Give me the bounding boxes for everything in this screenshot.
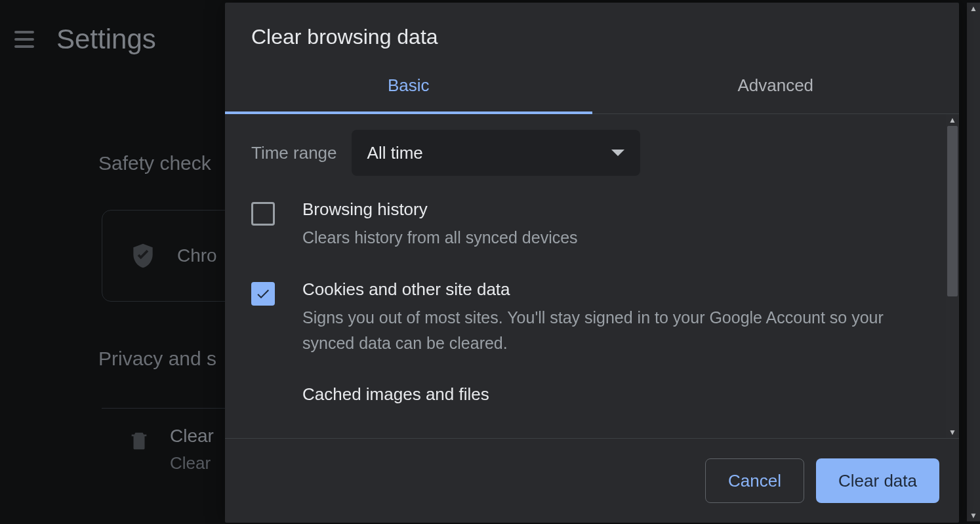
scroll-up-icon[interactable]: ▲ xyxy=(946,114,959,126)
time-range-value: All time xyxy=(367,143,423,163)
option-title: Cookies and other site data xyxy=(302,279,913,300)
clear-row-title: Clear xyxy=(170,426,214,447)
dialog-title: Clear browsing data xyxy=(225,3,959,61)
scroll-down-icon[interactable]: ▼ xyxy=(946,426,959,438)
dialog-scrollbar[interactable]: ▲ ▼ xyxy=(946,114,959,438)
safety-item-label: Chro xyxy=(177,245,217,266)
clear-row-sub: Clear xyxy=(170,453,214,474)
dialog-tabs: Basic Advanced xyxy=(225,61,959,114)
scrollbar-thumb[interactable] xyxy=(947,126,958,296)
option-desc: Signs you out of most sites. You'll stay… xyxy=(302,305,913,356)
scroll-up-icon[interactable]: ▲ xyxy=(967,3,980,14)
cancel-button[interactable]: Cancel xyxy=(705,458,804,503)
option-title: Cached images and files xyxy=(302,384,913,405)
dialog-content: Time range All time Browsing history Cle… xyxy=(225,114,959,438)
option-title: Browsing history xyxy=(302,199,913,220)
option-browsing-history: Browsing history Clears history from all… xyxy=(251,199,933,251)
tab-advanced[interactable]: Advanced xyxy=(592,61,960,113)
checkbox-cookies[interactable] xyxy=(251,282,275,306)
clear-browsing-data-dialog: Clear browsing data Basic Advanced Time … xyxy=(225,3,959,523)
tab-basic[interactable]: Basic xyxy=(225,61,592,114)
checkbox-browsing-history[interactable] xyxy=(251,202,275,226)
time-range-row: Time range All time xyxy=(251,130,933,176)
clear-data-button[interactable]: Clear data xyxy=(816,458,939,503)
option-cached: Cached images and files xyxy=(251,384,933,411)
menu-icon[interactable] xyxy=(12,27,37,52)
trash-icon xyxy=(128,426,150,454)
time-range-label: Time range xyxy=(251,143,337,163)
page-title: Settings xyxy=(56,24,156,55)
option-cookies: Cookies and other site data Signs you ou… xyxy=(251,279,933,356)
option-desc: Clears history from all synced devices xyxy=(302,225,913,251)
time-range-select[interactable]: All time xyxy=(352,130,640,176)
section-heading-safety: Safety check xyxy=(98,152,211,174)
dialog-footer: Cancel Clear data xyxy=(225,438,959,523)
page-scrollbar[interactable]: ▲ ▼ xyxy=(967,3,980,521)
section-heading-privacy: Privacy and s xyxy=(98,348,216,370)
scroll-down-icon[interactable]: ▼ xyxy=(967,510,980,521)
chevron-down-icon xyxy=(611,150,624,156)
shield-check-icon xyxy=(129,239,157,272)
